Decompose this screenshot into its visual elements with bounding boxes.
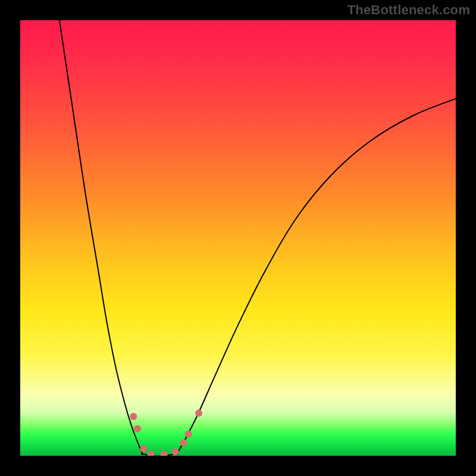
chart-frame: TheBottleneck.com bbox=[0, 0, 476, 476]
curve-marker bbox=[195, 409, 202, 416]
curve-marker bbox=[161, 451, 168, 456]
curve-marker bbox=[130, 413, 137, 420]
curve-marker bbox=[180, 439, 187, 446]
curve-marker bbox=[140, 445, 147, 452]
bottleneck-curve bbox=[60, 20, 456, 456]
plot-area bbox=[20, 20, 456, 456]
curve-marker bbox=[185, 430, 192, 437]
curve-layer bbox=[20, 20, 456, 456]
curve-marker bbox=[134, 425, 141, 433]
watermark-label: TheBottleneck.com bbox=[347, 2, 470, 18]
curve-marker bbox=[172, 448, 179, 455]
curve-marker bbox=[148, 451, 155, 456]
curve-markers bbox=[130, 409, 202, 456]
